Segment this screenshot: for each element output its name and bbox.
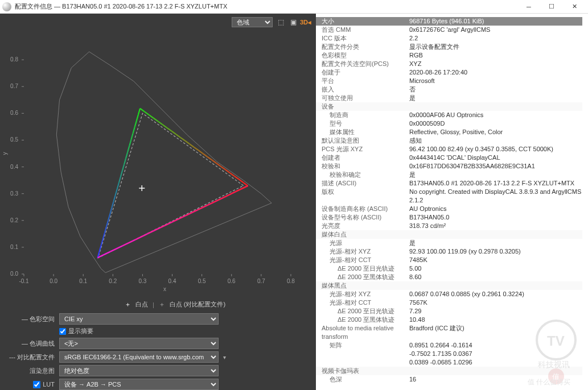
titlebar: 配置文件信息 — B173HAN05.0 #1 2020-08-26 17-13… (0, 0, 588, 14)
prop-row: PCS 光源 XYZ96.42 100.00 82.49 (xy 0.3457 … (316, 145, 582, 153)
prop-row: 大小968716 Bytes (946.01 KiB) (316, 17, 582, 26)
compare-select[interactable]: sRGB IEC61966-2.1 (Equivalent to www.srg… (59, 351, 219, 363)
svg-line-72 (124, 158, 126, 164)
svg-line-55 (176, 134, 180, 138)
prop-row: ICC 版本2.2 (316, 34, 582, 43)
prop-row: 光源-相对 XYZ92.93 100.00 119.09 (xy 0.2978 … (316, 247, 582, 256)
svg-line-54 (180, 138, 185, 141)
whitepoint-ref-label: 白点 (对比配置文件) (170, 300, 225, 309)
prop-row: ΔE 2000 至黑体轨迹8.60 (316, 273, 582, 281)
svg-text:0.0: 0.0 (10, 271, 18, 277)
svg-line-69 (129, 139, 131, 146)
svg-text:0.4: 0.4 (10, 164, 18, 170)
svg-line-70 (128, 146, 129, 152)
prop-row: 版权No copyright. Created with DisplayCAL … (316, 188, 582, 205)
prop-row: 色深16 (316, 375, 582, 384)
svg-text:0.7: 0.7 (10, 83, 18, 89)
3d-icon[interactable]: 3D◂ (301, 18, 310, 27)
svg-text:0.3: 0.3 (138, 278, 146, 284)
svg-line-82 (106, 221, 108, 227)
prop-row: Absolute to media relative transformBrad… (316, 324, 582, 341)
svg-text:-0.1: -0.1 (19, 278, 29, 284)
prop-row: 设备型号名称 (ASCII)B173HAN05.0 (316, 213, 582, 222)
colorspace-select[interactable]: CIE xy (59, 313, 219, 325)
svg-line-51 (194, 147, 199, 151)
prop-row: 光亮度318.73 cd/m² (316, 222, 582, 230)
svg-line-71 (126, 152, 128, 158)
prop-row: 媒体属性Reflective, Glossy, Positive, Color (316, 128, 582, 136)
svg-text:0.6: 0.6 (228, 278, 236, 284)
prop-row: 校验和0x16F817DD63047B2B335AA6828E9C31A1 (316, 162, 582, 171)
browse-icon[interactable]: ▾ (223, 354, 226, 360)
svg-line-67 (133, 127, 135, 134)
prop-row: 创建者0x4443414C 'DCAL' DisplayCAL (316, 153, 582, 162)
chromaticity-chart: -0.10.00.10.20.30.40.50.60.70.80.00.10.2… (0, 27, 316, 294)
svg-line-75 (119, 177, 121, 183)
svg-line-78 (113, 196, 115, 202)
prop-row: 矩阵0.8951 0.2664 -0.1614 (316, 341, 582, 350)
minimize-button[interactable]: ─ (517, 0, 540, 14)
svg-text:0.2: 0.2 (10, 217, 18, 223)
svg-text:0.2: 0.2 (109, 278, 117, 284)
app-icon (2, 2, 11, 11)
trc-label: — 色调曲线 (6, 339, 55, 348)
intent-label: 渲染意图 (6, 367, 55, 375)
prop-row: 媒体白点 (316, 230, 582, 239)
svg-line-73 (122, 164, 124, 171)
svg-text:0.8: 0.8 (10, 56, 18, 63)
prop-row: 光源是 (316, 239, 582, 247)
svg-line-50 (199, 150, 203, 153)
svg-line-60 (154, 118, 158, 122)
prop-row: 媒体黑点 (316, 281, 582, 290)
svg-line-86 (100, 245, 101, 251)
svg-line-52 (190, 144, 194, 147)
svg-text:0.1: 0.1 (79, 278, 87, 284)
show-outline-checkbox[interactable]: 显示摘要 (59, 327, 93, 335)
save-icon[interactable]: ▣ (289, 18, 298, 27)
load-icon[interactable]: ⬚ (276, 18, 285, 27)
svg-line-104 (147, 228, 160, 234)
lut-select[interactable]: 设备 → A2B → PCS (59, 379, 219, 390)
svg-line-74 (121, 171, 122, 177)
prop-row: 平台Microsoft (316, 77, 582, 85)
svg-text:0.5: 0.5 (198, 278, 206, 284)
prop-row: 色彩模型RGB (316, 51, 582, 60)
svg-line-103 (135, 234, 147, 240)
svg-line-85 (101, 239, 103, 245)
svg-line-107 (185, 210, 198, 216)
svg-line-101 (110, 246, 122, 252)
svg-line-49 (203, 153, 208, 157)
trc-select[interactable]: <无> (59, 338, 219, 349)
compare-label: --- 对比配置文件 (6, 353, 55, 362)
svg-text:0.8: 0.8 (287, 278, 295, 284)
svg-line-106 (172, 216, 185, 222)
svg-line-56 (171, 131, 176, 134)
svg-line-62 (145, 111, 149, 115)
prop-row: 视频卡伽玛表 (316, 367, 582, 375)
close-button[interactable]: ✕ (563, 0, 586, 14)
svg-line-61 (149, 115, 154, 118)
svg-line-84 (103, 233, 105, 239)
prop-row: 光源-相对 CCT7485K (316, 256, 582, 264)
prop-row: 配置文件分类显示设备配置文件 (316, 43, 582, 51)
svg-line-63 (140, 109, 145, 112)
prop-row: 0.0389 -0.0685 1.0296 (316, 358, 582, 367)
prop-row: 校验和确定是 (316, 171, 582, 179)
whitepoint-profile-label: 白点 (135, 300, 148, 309)
svg-text:y: y (2, 152, 8, 155)
svg-line-65 (137, 115, 138, 121)
prop-row: 描述 (ASCII)B173HAN05.0 #1 2020-08-26 17-1… (316, 179, 582, 188)
prop-row: 光源-相对 CCT7567K (316, 298, 582, 307)
intent-select[interactable]: 绝对色度 (59, 365, 219, 376)
gamut-select[interactable]: 色域 (232, 17, 273, 27)
properties-panel[interactable]: 大小968716 Bytes (946.01 KiB)首选 CMM0x61726… (316, 14, 588, 390)
lut-checkbox[interactable] (33, 381, 40, 388)
svg-line-59 (158, 121, 163, 125)
svg-text:0.6: 0.6 (10, 110, 18, 116)
window-title: 配置文件信息 — B173HAN05.0 #1 2020-08-26 17-13… (15, 2, 517, 11)
prop-row: 创建于2020-08-26 17:20:40 (316, 68, 582, 77)
maximize-button[interactable]: ☐ (540, 0, 563, 14)
prop-row: 制造商0x0000AF06 AU Optronics (316, 111, 582, 119)
colorspace-label: — 色彩空间 (6, 315, 55, 323)
gamut-panel: 色域 ⬚ ▣ 3D◂ -0.10.00.10.20.30.40.50.60.70… (0, 14, 316, 390)
